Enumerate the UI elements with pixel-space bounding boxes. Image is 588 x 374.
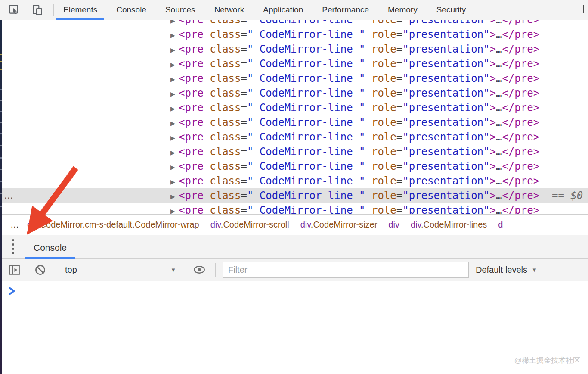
tree-row[interactable]: ▶<pre class=" CodeMirror-line " role="pr…	[0, 174, 588, 188]
expand-arrow-icon[interactable]: ▶	[170, 116, 179, 131]
code-token-plain: =	[396, 20, 402, 26]
crumb-tag: div	[388, 220, 399, 229]
tab-memory[interactable]: Memory	[378, 0, 427, 20]
tab-security[interactable]: Security	[427, 0, 476, 20]
breadcrumb-item[interactable]: d	[492, 220, 508, 230]
code-token-plain: =	[396, 160, 402, 172]
expand-arrow-icon[interactable]: ▶	[170, 189, 179, 204]
tree-row[interactable]: ▶<pre class=" CodeMirror-line " role="pr…	[0, 144, 588, 159]
drawer-menu-button[interactable]	[12, 235, 20, 258]
code-token-plain	[204, 175, 210, 187]
breadcrumb-item[interactable]: div.CodeMirror-lines	[405, 220, 492, 230]
tree-row[interactable]: ▶<pre class=" CodeMirror-line " role="pr…	[0, 71, 588, 86]
tab-performance[interactable]: Performance	[313, 0, 378, 20]
eye-icon	[193, 265, 206, 275]
console-sidebar-toggle[interactable]	[8, 263, 21, 276]
code-token-value: " CodeMirror-line "	[247, 87, 365, 99]
code-token-attr: role	[371, 102, 396, 114]
expand-arrow-icon[interactable]: ▶	[170, 175, 179, 189]
console-body[interactable]	[0, 281, 588, 374]
code-token-tag: </pre>	[502, 102, 539, 114]
expand-arrow-icon[interactable]: ▶	[170, 72, 179, 87]
code-token-value: "presentation"	[402, 146, 489, 158]
code-token-value: "presentation"	[402, 20, 489, 26]
console-prompt[interactable]	[0, 281, 588, 297]
device-toolbar-button[interactable]	[32, 4, 43, 16]
code-token-plain	[365, 43, 371, 55]
clear-console-button[interactable]	[34, 263, 46, 276]
breadcrumb-overflow[interactable]: …	[9, 220, 22, 230]
code-token-tag: >	[490, 72, 496, 84]
tab-console[interactable]: Console	[107, 0, 156, 20]
code-token-attr: role	[371, 58, 396, 70]
expand-arrow-icon[interactable]: ▶	[170, 160, 179, 175]
prompt-chevron-icon	[8, 287, 15, 295]
expand-arrow-icon[interactable]: ▶	[170, 43, 179, 57]
partial-tab-letter[interactable]	[583, 5, 584, 13]
code-token-plain: =	[396, 58, 402, 70]
expand-arrow-icon[interactable]: ▶	[170, 101, 179, 116]
code-token-value: "presentation"	[402, 72, 489, 84]
console-sidebar-icon	[9, 264, 20, 276]
breadcrumb-item[interactable]: div	[383, 220, 405, 230]
tree-row[interactable]: ▶<pre class=" CodeMirror-line " role="pr…	[0, 56, 588, 71]
log-level-select[interactable]: Default levels ▼	[476, 265, 537, 275]
code-token-tag: <pre	[179, 116, 204, 128]
log-level-label: Default levels	[476, 265, 527, 275]
expand-arrow-icon[interactable]: ▶	[170, 57, 179, 72]
expand-arrow-icon[interactable]: ▶	[170, 204, 179, 214]
filter-input[interactable]	[223, 262, 469, 278]
tree-row[interactable]: ▶<pre class=" CodeMirror-line " role="pr…	[0, 115, 588, 130]
tree-row[interactable]: ▶<pre class=" CodeMirror-line " role="pr…	[0, 130, 588, 144]
tree-row[interactable]: ▶<pre class=" CodeMirror-line " role="pr…	[0, 159, 588, 174]
tab-elements[interactable]: Elements	[54, 0, 107, 20]
code-token-plain: …	[496, 87, 502, 99]
tab-application[interactable]: Application	[254, 0, 313, 20]
code-token-attr: class	[210, 58, 241, 70]
elements-panel: ▶<pre class=" CodeMirror-line " role="pr…	[0, 20, 588, 214]
tree-row[interactable]: ▶<pre class=" CodeMirror-line " role="pr…	[0, 100, 588, 115]
code-token-tag: <pre	[179, 190, 204, 202]
inspect-element-button[interactable]	[9, 4, 20, 16]
breadcrumb-item[interactable]: div.CodeMirror-sizer	[295, 220, 383, 230]
code-token-plain: =	[241, 43, 247, 55]
tab-sources[interactable]: Sources	[156, 0, 205, 20]
crumb-classes: .CodeMirror-lines	[421, 220, 487, 229]
expand-arrow-icon[interactable]: ▶	[170, 28, 179, 43]
live-expression-button[interactable]	[193, 263, 206, 276]
hidden-rows-indicator[interactable]: …	[4, 188, 14, 203]
code-token-attr: class	[210, 190, 241, 202]
code-token-attr: class	[210, 131, 241, 143]
drawer-tab-console[interactable]: Console	[25, 235, 75, 258]
tree-row[interactable]: ▶<pre class=" CodeMirror-line " role="pr…	[0, 20, 588, 27]
code-token-plain	[365, 146, 371, 158]
breadcrumb-item[interactable]: div.CodeMirror.cm-s-default.CodeMirror-w…	[22, 220, 205, 230]
tree-row[interactable]: ▶<pre class=" CodeMirror-line " role="pr…	[0, 27, 588, 42]
expand-arrow-icon[interactable]: ▶	[170, 145, 179, 160]
code-token-value: "presentation"	[402, 58, 489, 70]
tree-row[interactable]: ▶<pre class=" CodeMirror-line " role="pr…	[0, 203, 588, 214]
code-token-plain	[204, 72, 210, 84]
code-token-tag: >	[490, 175, 496, 187]
code-token-plain: =	[396, 204, 402, 214]
code-token-tag: </pre>	[502, 131, 539, 143]
javascript-context-select[interactable]: top ▼	[65, 265, 176, 275]
expand-arrow-icon[interactable]: ▶	[170, 87, 179, 101]
tree-row[interactable]: ▶<pre class=" CodeMirror-line " role="pr…	[0, 42, 588, 56]
code-token-plain: =	[396, 190, 402, 202]
page-speck	[0, 145, 2, 146]
code-token-attr: class	[210, 175, 241, 187]
dollar-zero-hint: == $0	[539, 190, 583, 202]
code-token-tag: </pre>	[502, 204, 539, 214]
code-token-plain: =	[396, 131, 402, 143]
expand-arrow-icon[interactable]: ▶	[170, 131, 179, 145]
breadcrumb-item[interactable]: div.CodeMirror-scroll	[205, 220, 295, 230]
page-speck	[0, 61, 2, 62]
tree-row[interactable]: ▶<pre class=" CodeMirror-line " role="pr…	[0, 86, 588, 100]
devtools-tabbar: Elements Console Sources Network Applica…	[0, 0, 588, 20]
tree-row-content: ▶<pre class=" CodeMirror-line " role="pr…	[0, 100, 539, 116]
code-token-attr: role	[371, 175, 396, 187]
tree-row-selected[interactable]: …▶<pre class=" CodeMirror-line " role="p…	[0, 188, 588, 203]
tab-network[interactable]: Network	[205, 0, 254, 20]
code-token-tag: </pre>	[502, 43, 539, 55]
